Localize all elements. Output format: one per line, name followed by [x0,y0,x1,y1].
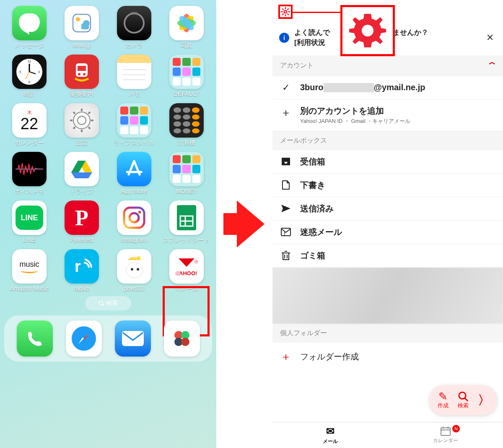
folder-icon [169,55,204,89]
app-tenki[interactable]: tenki.jp [56,6,108,49]
create-folder-row[interactable]: ＋ フォルダー作成 [272,343,503,371]
trash-label: ゴミ箱 [300,250,325,261]
app-label: Instagram [121,237,147,243]
inbox-row[interactable]: 受信箱 [272,150,503,174]
account-row[interactable]: ✓ 3buro@ymail.ne.jp [272,76,503,99]
app-label: povo2.0 [124,285,145,292]
home-search[interactable]: 検索 [85,296,131,310]
voice-memo-icon [12,152,47,186]
dock-app4[interactable] [164,320,200,357]
svg-point-18 [78,73,80,76]
svg-line-85 [465,398,468,401]
settings-zoom-callout [340,5,395,56]
tab-calendar[interactable]: カレンダー N [388,422,503,448]
app-instagram[interactable]: Instagram [108,201,160,244]
account-section-header[interactable]: アカウント ⌃ [272,55,503,76]
app-money-folder[interactable]: MONEY [161,152,213,195]
app-label: ライフスタイル [114,139,155,147]
app-norikae[interactable]: 乗換案内 [56,55,108,98]
app-sheets[interactable]: スプレッドシート [161,201,213,244]
plus-icon: ＋ [280,349,292,364]
tab-mail-label: メール [323,438,338,445]
fab-search[interactable]: 検索 [458,391,469,409]
povo-icon [117,249,151,284]
app-memo[interactable]: メモ [108,55,160,98]
svg-marker-76 [281,205,290,212]
svg-point-19 [83,73,86,76]
app-default-folder[interactable]: DEFAULT [161,55,213,98]
calendar-icon: 木22 [12,103,47,138]
app-label: カメラ [125,42,143,49]
ymail-icon: YAHOO! [169,249,204,284]
trash-row[interactable]: ゴミ箱 [272,244,503,268]
app-calculator[interactable]: 計算機 [161,103,213,147]
svg-point-23 [78,116,86,125]
app-label: カレンダー [15,139,44,147]
svg-rect-71 [287,8,289,10]
app-clock[interactable]: 12369時計 [3,55,55,98]
tab-mail[interactable]: ✉ メール [272,422,388,448]
app-label: radiko [74,285,90,292]
app-pinterest[interactable]: PPinterest [56,201,108,244]
dock-phone[interactable] [17,320,53,357]
svg-rect-61 [122,331,144,346]
ymail-app-screen: i よく読んで 整理しませんか？ [利用状況 ✕ アカウント ⌃ ✓ 3buro… [272,0,503,448]
app-appstore[interactable]: App Store [108,152,160,195]
section-title: 個人フォルダー [280,329,327,338]
clock-icon: 12369 [12,55,47,89]
arrow-right-icon [237,201,264,247]
svg-rect-40 [124,208,144,228]
chevron-up-icon: ⌃ [486,60,498,71]
mail-icon: ✉ [326,425,334,437]
fab-chevron[interactable]: 〉 [478,392,490,409]
petals-icon [171,328,193,349]
section-title: アカウント [280,61,314,70]
bottom-tab-bar: ✉ メール カレンダー N [272,422,503,448]
svg-point-54 [194,260,198,264]
blurred-content [272,268,503,324]
app-grid: メッセージ tenki.jp カメラ 写真 12369時計 乗換案内 メモ DE… [0,4,216,293]
app-photos[interactable]: 写真 [161,6,213,49]
svg-rect-73 [282,8,284,10]
drafts-row[interactable]: 下書き [272,174,503,197]
add-account-row[interactable]: ＋ 別のアカウントを追加 Yahoo! JAPAN ID ・ Gmail ・キャ… [272,99,503,131]
app-drive[interactable]: ドライブ [56,152,108,195]
close-banner-button[interactable]: ✕ [486,32,494,43]
svg-rect-79 [283,253,289,260]
app-settings[interactable]: 設定 [56,103,108,147]
inbox-label: 受信箱 [300,156,325,167]
spam-row[interactable]: ! 迷惑メール [272,221,503,244]
dock-mail[interactable] [115,320,151,357]
fab-compose[interactable]: ✎ 作成 [438,391,449,409]
app-label: ボイスメモ [15,188,44,195]
app-calendar[interactable]: 木22カレンダー [3,103,55,147]
app-povo[interactable]: povo2.0 [108,249,160,293]
settings-button[interactable] [278,5,293,19]
app-label: tenki.jp [73,42,91,49]
dock-safari[interactable] [66,320,102,357]
svg-text:r: r [75,258,81,275]
send-icon [280,204,292,213]
svg-point-75 [362,25,373,36]
create-folder-label: フォルダー作成 [300,351,359,362]
amazon-music-icon: music [12,249,47,284]
app-camera[interactable]: カメラ [108,6,160,49]
app-label: 時計 [23,91,35,98]
app-line[interactable]: LINELINE [3,201,55,244]
svg-rect-69 [281,11,283,13]
app-messages[interactable]: メッセージ [3,6,55,49]
app-amazon-music[interactable]: musicAmazon Music [3,249,55,293]
app-lifestyle-folder[interactable]: ライフスタイル [108,103,160,147]
svg-line-32 [73,112,75,114]
svg-point-1 [76,17,80,21]
sent-row[interactable]: 送信済み [272,197,503,221]
gear-icon [281,7,290,16]
check-icon: ✓ [280,82,292,93]
app-voice-memo[interactable]: ボイスメモ [3,152,55,195]
svg-point-65 [181,338,189,346]
svg-marker-51 [179,258,194,267]
app-radiko[interactable]: rradiko [56,249,108,293]
drive-icon [65,152,99,186]
notification-badge: N [452,425,460,432]
flow-arrow [216,0,272,448]
